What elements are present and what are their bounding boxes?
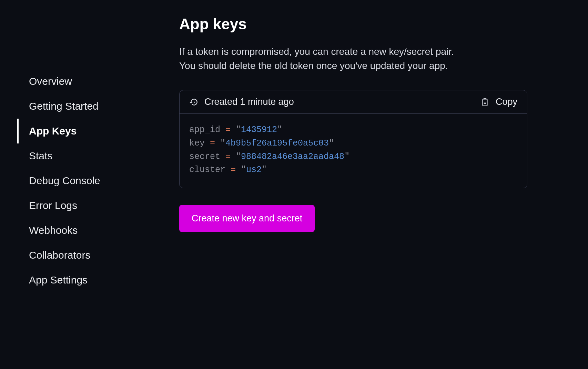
sidebar-item-collaborators[interactable]: Collaborators	[17, 243, 145, 268]
code-value: 1435912	[241, 125, 277, 135]
sidebar-item-label: Error Logs	[29, 200, 77, 211]
card-header-left: Created 1 minute ago	[189, 97, 294, 107]
code-line-key: key = "4b9b5f26a195fe0a5c03"	[189, 137, 517, 150]
code-line-app-id: app_id = "1435912"	[189, 123, 517, 137]
code-value: 988482a46e3aa2aada48	[241, 152, 344, 162]
page-title: App keys	[179, 16, 560, 33]
sidebar-item-overview[interactable]: Overview	[17, 69, 145, 94]
history-icon	[189, 98, 198, 107]
sidebar-item-label: Debug Console	[29, 175, 100, 186]
sidebar-item-webhooks[interactable]: Webhooks	[17, 218, 145, 243]
code-equals: =	[231, 165, 236, 175]
code-key: secret	[189, 152, 220, 162]
code-value: us2	[246, 165, 262, 175]
code-quote: "	[262, 165, 267, 175]
sidebar-item-debug-console[interactable]: Debug Console	[17, 168, 145, 193]
create-key-button[interactable]: Create new key and secret	[179, 205, 315, 232]
description-line-2: You should delete the old token once you…	[179, 59, 524, 73]
clipboard-icon	[480, 97, 489, 107]
code-key: key	[189, 138, 205, 148]
code-key: app_id	[189, 125, 220, 135]
sidebar-item-label: Webhooks	[29, 225, 78, 236]
sidebar: Overview Getting Started App Keys Stats …	[0, 0, 145, 369]
code-quote: "	[329, 138, 334, 148]
code-quote: "	[236, 125, 241, 135]
svg-rect-0	[483, 99, 487, 106]
page-description: If a token is compromised, you can creat…	[179, 45, 524, 73]
sidebar-item-label: App Settings	[29, 274, 88, 286]
sidebar-item-label: Collaborators	[29, 249, 90, 261]
sidebar-item-error-logs[interactable]: Error Logs	[17, 193, 145, 218]
main-content: App keys If a token is compromised, you …	[145, 0, 588, 369]
card-header: Created 1 minute ago Copy	[180, 90, 527, 114]
code-line-cluster: cluster = "us2"	[189, 163, 517, 177]
code-equals: =	[225, 152, 231, 162]
sidebar-item-app-settings[interactable]: App Settings	[17, 268, 145, 292]
code-block: app_id = "1435912" key = "4b9b5f26a195fe…	[180, 114, 527, 188]
sidebar-item-getting-started[interactable]: Getting Started	[17, 94, 145, 119]
sidebar-item-label: App Keys	[29, 125, 77, 137]
sidebar-item-label: Stats	[29, 150, 52, 161]
code-quote: "	[277, 125, 282, 135]
sidebar-item-stats[interactable]: Stats	[17, 143, 145, 168]
sidebar-item-label: Overview	[29, 76, 72, 87]
code-equals: =	[210, 138, 215, 148]
code-quote: "	[220, 138, 225, 148]
app-keys-card: Created 1 minute ago Copy app_id = "1435…	[179, 90, 527, 188]
code-quote: "	[236, 152, 241, 162]
code-line-secret: secret = "988482a46e3aa2aada48"	[189, 150, 517, 164]
copy-button[interactable]: Copy	[480, 97, 517, 107]
sidebar-item-label: Getting Started	[29, 100, 99, 112]
created-timestamp-label: Created 1 minute ago	[204, 97, 294, 107]
code-key: cluster	[189, 165, 225, 175]
code-quote: "	[344, 152, 349, 162]
code-equals: =	[225, 125, 231, 135]
code-quote: "	[241, 165, 246, 175]
copy-label: Copy	[496, 97, 517, 107]
code-value: 4b9b5f26a195fe0a5c03	[225, 138, 329, 148]
sidebar-item-app-keys[interactable]: App Keys	[17, 119, 145, 143]
description-line-1: If a token is compromised, you can creat…	[179, 45, 524, 59]
